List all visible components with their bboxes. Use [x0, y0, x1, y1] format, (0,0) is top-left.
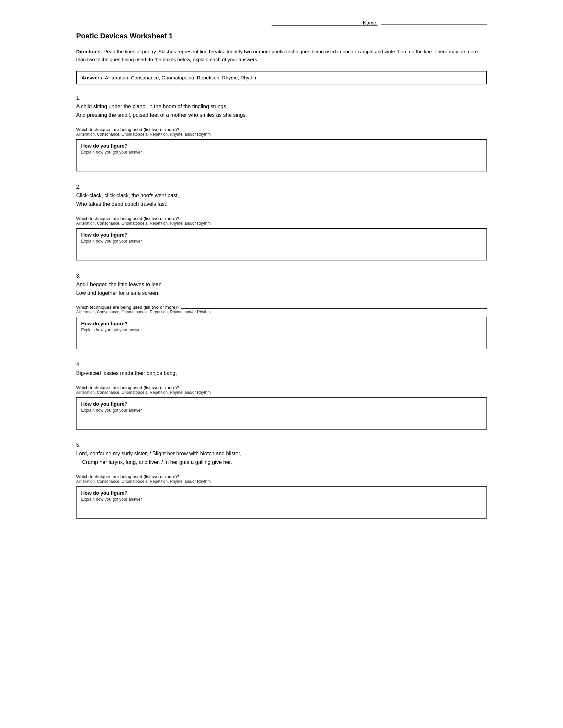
hint-text-2: Alliteration, Consonance, Onomatopoeia, … [76, 221, 487, 226]
which-label-2: Which techniques are being used (list tw… [76, 216, 179, 221]
question-block-2: 2. Click-clack, click-clack, the hoofs w… [76, 184, 487, 260]
which-label-3: Which techniques are being used (list tw… [76, 305, 179, 310]
poem-text-5: Lord, confound my surly sister, / Blight… [76, 449, 487, 467]
answers-bold-underline: Answers: [81, 75, 104, 80]
which-label-5: Which techniques are being used (list tw… [76, 474, 179, 479]
directions-text: Read the lines of poetry. Slashes repres… [76, 49, 478, 62]
question-number-2: 2. [76, 184, 487, 190]
poem-line: Lord, confound my surly sister, / Blight… [76, 449, 487, 458]
question-block-5: 5. Lord, confound my surly sister, / Bli… [76, 442, 487, 519]
page-title: Poetic Devices Worksheet 1 [76, 32, 487, 40]
which-row-1: Which techniques are being used (list tw… [76, 127, 487, 132]
figure-sub-5: Explain how you got your answer [81, 497, 482, 502]
poem-line: Click-clack, click-clack, the hoofs went… [76, 191, 487, 200]
name-row: Name: [76, 20, 487, 26]
poem-line: And pressing the small, poised feet of a… [76, 111, 487, 119]
figure-box-4[interactable]: How do you figure? Explain how you got y… [76, 397, 487, 430]
poem-line: Big-voiced lassies made their banjos ban… [76, 369, 487, 378]
answers-text: Alliteration, Consonance, Onomatopoeia, … [104, 75, 258, 80]
figure-box-3[interactable]: How do you figure? Explain how you got y… [76, 317, 487, 349]
figure-title-2: How do you figure? [81, 232, 482, 238]
which-row-3: Which techniques are being used (list tw… [76, 305, 487, 310]
which-row-2: Which techniques are being used (list tw… [76, 216, 487, 221]
figure-title-3: How do you figure? [81, 321, 482, 326]
which-row-4: Which techniques are being used (list tw… [76, 385, 487, 390]
question-number-1: 1. [76, 95, 487, 101]
question-block-4: 4. Big-voiced lassies made their banjos … [76, 362, 487, 429]
figure-title-5: How do you figure? [81, 490, 482, 496]
page: Name: Poetic Devices Worksheet 1 Directi… [50, 0, 513, 558]
poem-text-4: Big-voiced lassies made their banjos ban… [76, 369, 487, 378]
poem-text-2: Click-clack, click-clack, the hoofs went… [76, 191, 487, 209]
figure-box-5[interactable]: How do you figure? Explain how you got y… [76, 486, 487, 519]
question-number-5: 5. [76, 442, 487, 448]
answers-bold: Answers: [81, 75, 104, 80]
poem-line: Low and together for a safe screen; [76, 289, 487, 297]
question-block-1: 1. A child sitting under the piano, in t… [76, 95, 487, 171]
poem-text-1: A child sitting under the piano, in the … [76, 102, 487, 120]
which-row-5: Which techniques are being used (list tw… [76, 474, 487, 479]
questions-container: 1. A child sitting under the piano, in t… [76, 95, 487, 519]
hint-text-1: Alliteration, Consonance, Onomatopoeia, … [76, 132, 487, 137]
figure-sub-2: Explain how you got your answer [81, 239, 482, 244]
directions: Directions: Read the lines of poetry. Sl… [76, 48, 487, 64]
which-label-4: Which techniques are being used (list tw… [76, 385, 179, 390]
hint-text-5: Alliteration, Consonance, Onomatopoeia, … [76, 479, 487, 484]
hint-text-3: Alliteration, Consonance, Onomatopoeia, … [76, 310, 487, 314]
poem-line: A child sitting under the piano, in the … [76, 102, 487, 111]
figure-box-2[interactable]: How do you figure? Explain how you got y… [76, 228, 487, 260]
question-block-3: 3. And I begged the little leaves to lea… [76, 273, 487, 349]
poem-text-3: And I begged the little leaves to leanLo… [76, 280, 487, 298]
which-answer-line-3 [181, 308, 487, 309]
figure-title-4: How do you figure? [81, 401, 482, 407]
which-answer-line-5 [181, 478, 487, 478]
answers-box: Answers: Alliteration, Consonance, Onoma… [76, 71, 487, 84]
poem-line: And I begged the little leaves to lean [76, 280, 487, 289]
question-number-4: 4. [76, 362, 487, 368]
directions-bold: Directions: [76, 49, 102, 54]
which-answer-line-1 [181, 131, 487, 131]
poem-line: Who takes the dead coach travels fast, [76, 200, 487, 208]
figure-sub-3: Explain how you got your answer [81, 328, 482, 332]
which-label-1: Which techniques are being used (list tw… [76, 127, 179, 132]
name-line [381, 24, 487, 24]
figure-title-1: How do you figure? [81, 143, 482, 149]
figure-box-1[interactable]: How do you figure? Explain how you got y… [76, 139, 487, 171]
figure-sub-4: Explain how you got your answer [81, 408, 482, 413]
question-number-3: 3. [76, 273, 487, 279]
which-answer-line-2 [181, 220, 487, 220]
figure-sub-1: Explain how you got your answer [81, 150, 482, 155]
hint-text-4: Alliteration, Consonance, Onomatopoeia, … [76, 390, 487, 395]
name-label: Name: [271, 20, 378, 26]
which-answer-line-4 [181, 389, 487, 389]
poem-line: Cramp her larynx, lung, and liver, / In … [82, 458, 487, 467]
